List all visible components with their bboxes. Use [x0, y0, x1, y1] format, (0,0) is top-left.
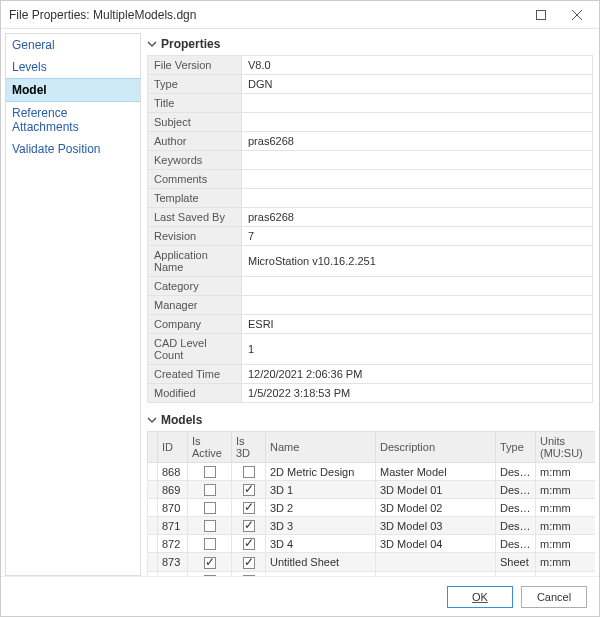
property-value[interactable] — [242, 189, 593, 208]
sidebar-item-general[interactable]: General — [6, 34, 140, 56]
property-value[interactable] — [242, 151, 593, 170]
property-value[interactable]: pras6268 — [242, 208, 593, 227]
property-value[interactable]: pras6268 — [242, 132, 593, 151]
cell-units: m:mm — [536, 463, 596, 481]
cell-is3d[interactable] — [232, 517, 266, 535]
cell-active[interactable] — [188, 481, 232, 499]
property-value[interactable] — [242, 113, 593, 132]
table-row[interactable]: 873Untitled SheetSheetm:mm — [148, 553, 596, 571]
checkbox-icon — [204, 484, 216, 496]
col-units[interactable]: Units (MU:SU) — [536, 432, 596, 463]
models-header-row: ID Is Active Is 3D Name Description Type… — [148, 432, 596, 463]
models-header[interactable]: Models — [147, 409, 593, 431]
checkbox-icon — [204, 575, 216, 576]
cell-active[interactable] — [188, 535, 232, 553]
cell-is3d[interactable] — [232, 499, 266, 517]
property-key: Keywords — [148, 151, 242, 170]
sidebar-item-validate-position[interactable]: Validate Position — [6, 138, 140, 160]
checkbox-icon — [243, 557, 255, 569]
col-blank[interactable] — [148, 432, 158, 463]
cell-desc: 3D Model 02 — [376, 499, 496, 517]
cancel-button[interactable]: Cancel — [521, 586, 587, 608]
cell-id: 873 — [158, 553, 188, 571]
col-desc[interactable]: Description — [376, 432, 496, 463]
sidebar-item-model[interactable]: Model — [6, 78, 140, 102]
property-key: File Version — [148, 56, 242, 75]
property-value[interactable] — [242, 94, 593, 113]
property-row: Category — [148, 277, 593, 296]
property-value[interactable]: ESRI — [242, 315, 593, 334]
content-area: GeneralLevelsModelReference AttachmentsV… — [1, 29, 599, 576]
row-handle — [148, 535, 158, 553]
property-row: Title — [148, 94, 593, 113]
checkbox-icon — [243, 502, 255, 514]
sidebar-item-reference-attachments[interactable]: Reference Attachments — [6, 102, 140, 138]
cell-desc: Master Model — [376, 463, 496, 481]
cell-id: 870 — [158, 499, 188, 517]
property-value[interactable]: 12/20/2021 2:06:36 PM — [242, 365, 593, 384]
cell-desc: 3D Model 04 — [376, 535, 496, 553]
cell-is3d[interactable] — [232, 481, 266, 499]
col-type[interactable]: Type — [496, 432, 536, 463]
models-title: Models — [161, 413, 202, 427]
cell-type: Design — [496, 499, 536, 517]
cell-units: m:mm — [536, 481, 596, 499]
property-row: Authorpras6268 — [148, 132, 593, 151]
property-key: Category — [148, 277, 242, 296]
cell-active[interactable] — [188, 463, 232, 481]
dialog-window: File Properties: MultipleModels.dgn Gene… — [0, 0, 600, 617]
cell-name: 2D Metric Design — [266, 463, 376, 481]
property-value[interactable]: 7 — [242, 227, 593, 246]
checkbox-icon — [243, 575, 255, 576]
cell-type: Design — [496, 535, 536, 553]
cell-id: 869 — [158, 481, 188, 499]
checkbox-icon — [204, 466, 216, 478]
row-handle — [148, 553, 158, 571]
property-key: Author — [148, 132, 242, 151]
property-value[interactable] — [242, 170, 593, 189]
col-id[interactable]: ID — [158, 432, 188, 463]
cell-name: 3D 3 — [266, 517, 376, 535]
cell-active[interactable] — [188, 553, 232, 571]
close-button[interactable] — [559, 1, 595, 29]
table-row[interactable]: 8693D 13D Model 01Designm:mm — [148, 481, 596, 499]
property-key: Title — [148, 94, 242, 113]
property-value[interactable] — [242, 296, 593, 315]
property-key: Manager — [148, 296, 242, 315]
cell-id: 871 — [158, 517, 188, 535]
table-row[interactable]: 8682D Metric DesignMaster ModelDesignm:m… — [148, 463, 596, 481]
table-row[interactable]: 8723D 43D Model 04Designm:mm — [148, 535, 596, 553]
col-active[interactable]: Is Active — [188, 432, 232, 463]
checkbox-icon — [204, 538, 216, 550]
property-value[interactable]: DGN — [242, 75, 593, 94]
checkbox-icon — [243, 466, 255, 478]
checkbox-icon — [204, 502, 216, 514]
col-name[interactable]: Name — [266, 432, 376, 463]
maximize-button[interactable] — [523, 1, 559, 29]
table-row[interactable]: 8703D 23D Model 02Designm:mm — [148, 499, 596, 517]
cell-name: Untitled Sheet — [266, 553, 376, 571]
property-row: Last Saved Bypras6268 — [148, 208, 593, 227]
sidebar-item-levels[interactable]: Levels — [6, 56, 140, 78]
maximize-icon — [536, 10, 546, 20]
cell-is3d[interactable] — [232, 535, 266, 553]
table-row[interactable]: 8713D 33D Model 03Designm:mm — [148, 517, 596, 535]
cell-is3d[interactable] — [232, 553, 266, 571]
property-row: Comments — [148, 170, 593, 189]
property-value[interactable]: V8.0 — [242, 56, 593, 75]
col-is3d[interactable]: Is 3D — [232, 432, 266, 463]
property-value[interactable] — [242, 277, 593, 296]
cell-is3d[interactable] — [232, 463, 266, 481]
properties-header[interactable]: Properties — [147, 33, 593, 55]
ok-button[interactable]: OK — [447, 586, 513, 608]
property-value[interactable]: 1 — [242, 334, 593, 365]
dialog-footer: OK Cancel — [1, 576, 599, 616]
cell-active[interactable] — [188, 499, 232, 517]
cell-type: Design — [496, 481, 536, 499]
property-value[interactable]: 1/5/2022 3:18:53 PM — [242, 384, 593, 403]
properties-table: File VersionV8.0TypeDGNTitleSubjectAutho… — [147, 55, 593, 403]
property-value[interactable]: MicroStation v10.16.2.251 — [242, 246, 593, 277]
cell-active[interactable] — [188, 517, 232, 535]
cell-name: 3D 2 — [266, 499, 376, 517]
chevron-down-icon — [147, 39, 161, 49]
